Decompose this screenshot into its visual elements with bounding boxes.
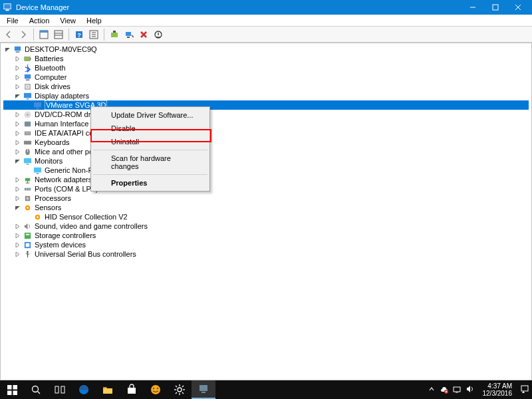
toggle-spacer (23, 101, 31, 109)
expand-icon[interactable] (13, 64, 21, 72)
toolbar-properties-pane[interactable] (52, 28, 65, 41)
tree-item-label: HID Sensor Collection V2 (45, 212, 128, 221)
expand-icon[interactable] (13, 194, 21, 202)
ide-icon (23, 128, 32, 138)
taskbar-store[interactable] (120, 380, 144, 399)
tree-item[interactable]: IDE ATA/ATAPI controllers (3, 128, 529, 138)
taskbar-settings[interactable] (168, 380, 192, 399)
toolbar-update-driver[interactable] (108, 28, 121, 41)
svg-rect-25 (30, 58, 31, 59)
menu-help[interactable]: Help (81, 16, 107, 25)
tree-item[interactable]: VMware SVGA 3D (3, 100, 529, 110)
tree-item-label: System devices (35, 240, 86, 249)
ctx-uninstall[interactable]: Uninstall (92, 135, 208, 148)
tree-item[interactable]: HID Sensor Collection V2 (3, 212, 529, 221)
tree-item[interactable]: Bluetooth (3, 63, 529, 72)
tree-item[interactable]: Monitors (3, 156, 529, 166)
toolbar-uninstall[interactable] (137, 28, 150, 41)
tree-item[interactable]: Universal Serial Bus controllers (3, 249, 529, 259)
tree-item[interactable]: DVD/CD-ROM drives (3, 110, 529, 119)
menu-view[interactable]: View (55, 16, 81, 25)
toolbar-show-hidden[interactable] (37, 28, 51, 41)
menu-file[interactable]: File (1, 16, 24, 25)
toolbar-disable[interactable] (152, 28, 165, 41)
svg-rect-1 (5, 10, 9, 11)
expand-icon[interactable] (13, 176, 21, 184)
tray-onedrive-icon[interactable] (439, 384, 448, 395)
app-icon (3, 3, 12, 12)
ctx-disable[interactable]: Disable (92, 122, 208, 135)
toolbar-forward[interactable] (17, 28, 30, 41)
toolbar-help[interactable]: ? (72, 28, 86, 41)
maximize-button[interactable] (484, 0, 507, 15)
tree-item[interactable]: Disk drives (3, 82, 529, 91)
expand-icon[interactable] (13, 138, 21, 146)
tree-item[interactable]: System devices (3, 240, 529, 249)
tree-item[interactable]: Network adapters (3, 175, 529, 184)
tree-item[interactable]: Display adapters (3, 91, 529, 100)
tree-item[interactable]: Keyboards (3, 138, 529, 147)
ctx-properties[interactable]: Properties (92, 176, 208, 190)
taskbar-search[interactable] (24, 380, 48, 399)
ctx-scan-hardware[interactable]: Scan for hardware changes (92, 152, 208, 173)
tray-notifications-icon[interactable] (520, 384, 529, 395)
tree-item[interactable]: Mice and other pointing devices (3, 147, 529, 156)
tray-volume-icon[interactable] (466, 384, 475, 395)
tree-item[interactable]: Processors (3, 194, 529, 203)
expand-icon[interactable] (13, 73, 21, 81)
tree-item[interactable]: Sensors (3, 203, 529, 212)
expand-icon[interactable] (13, 129, 21, 137)
taskbar-edge[interactable] (72, 380, 96, 399)
svg-rect-61 (24, 232, 30, 238)
expand-icon[interactable] (13, 82, 21, 90)
start-button[interactable] (0, 380, 24, 399)
taskbar-file-explorer[interactable] (96, 380, 120, 399)
tree-item[interactable]: Computer (3, 72, 529, 82)
expand-icon[interactable] (13, 241, 21, 249)
toolbar-scan-hardware[interactable] (122, 28, 136, 41)
toggle-spacer (23, 166, 31, 174)
svg-rect-22 (14, 46, 20, 51)
collapse-icon[interactable] (13, 92, 21, 100)
expand-icon[interactable] (13, 222, 21, 230)
taskbar-app1[interactable] (144, 380, 168, 399)
collapse-icon[interactable] (13, 157, 21, 165)
expand-icon[interactable] (13, 110, 21, 118)
minimize-button[interactable] (462, 0, 484, 15)
toolbar-back[interactable] (2, 28, 15, 41)
tree-item[interactable]: Ports (COM & LPT) (3, 184, 529, 194)
collapse-icon[interactable] (3, 45, 11, 53)
tray-chevron-up-icon[interactable] (428, 386, 435, 394)
expand-icon[interactable] (13, 250, 21, 258)
expand-icon[interactable] (13, 185, 21, 193)
svg-rect-62 (25, 233, 29, 235)
taskbar-device-manager[interactable] (192, 380, 215, 399)
sensor-icon (23, 203, 32, 212)
close-button[interactable] (507, 0, 529, 15)
svg-line-89 (182, 386, 184, 387)
tree-item-label: Batteries (35, 54, 63, 63)
expand-icon[interactable] (13, 120, 21, 128)
svg-rect-47 (33, 167, 41, 172)
tree-root[interactable]: DESKTOP-M0VEC9Q (3, 45, 529, 54)
tree-item[interactable]: Generic Non-PnP Monitor (3, 166, 529, 175)
taskbar-clock[interactable]: 4:37 AM 12/3/2016 (479, 382, 517, 397)
taskbar-taskview[interactable] (48, 380, 72, 399)
menu-action[interactable]: Action (24, 16, 55, 25)
svg-rect-32 (26, 98, 29, 99)
tree-item[interactable]: Human Interface Devices (3, 119, 529, 128)
tree-item-label: Bluetooth (35, 63, 65, 72)
collapse-icon[interactable] (13, 203, 21, 211)
expand-icon[interactable] (13, 231, 21, 239)
context-menu: Update Driver Software... Disable Uninst… (90, 106, 210, 192)
tree-item[interactable]: Batteries (3, 54, 529, 63)
svg-point-82 (178, 388, 182, 392)
expand-icon[interactable] (13, 148, 21, 156)
tree-item[interactable]: Sound, video and game controllers (3, 221, 529, 231)
tree-item[interactable]: Storage controllers (3, 231, 529, 240)
ctx-update-driver[interactable]: Update Driver Software... (92, 108, 208, 122)
toolbar-properties[interactable] (87, 28, 100, 41)
expand-icon[interactable] (13, 55, 21, 63)
tray-network-icon[interactable] (452, 384, 462, 395)
device-tree-panel[interactable]: DESKTOP-M0VEC9QBatteriesBluetoothCompute… (0, 43, 532, 380)
